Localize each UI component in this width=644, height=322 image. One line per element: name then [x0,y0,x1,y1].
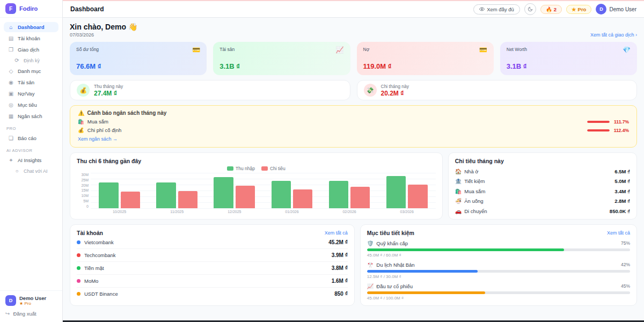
header-user-name: Demo User [609,6,636,12]
sidebar-item[interactable]: ❐ Giao dịch [4,45,58,55]
legend-swatch [227,166,233,171]
house-icon: 🏠 [455,169,462,174]
sidebar-item[interactable]: ⟳ Định kỳ [11,56,58,65]
spending-amount: 2.8M ₫ [614,198,630,204]
budget-progress-fill [587,129,610,131]
sidebar-footer: D Demo User ★ Pro ↪ Đăng xuất [0,290,62,322]
bar-group [321,173,378,208]
account-name: USDT Binance [84,291,118,297]
flow-cards: 💰 Thu tháng này 27.4M ₫ 💸 Chi tháng này … [70,80,637,100]
savings-goals-card: Mục tiêu tiết kiệm Xem tất cả 🛡️ Quỹ khẩ… [360,224,637,306]
monthly-spending-card: Chi tiêu tháng này 🏠 Nhà ở 6.5M ₫ 🏦 Tiết… [448,152,637,219]
sidebar-item[interactable]: ◉ Tài sản [4,77,58,87]
sidebar-item[interactable]: ⌂ Dashboard [4,22,58,32]
credit-card-icon: 💳 [479,47,487,53]
goal-progress-fill [367,270,478,273]
bar-chart: 30M25M20M15M10M5M0 [77,173,436,208]
chart-up-icon: 📈 [336,47,344,53]
goal-progress-track [367,270,630,273]
sidebar-item[interactable]: ▣ Nợ/Vay [4,89,58,99]
bar [178,191,197,208]
sidebar-item[interactable]: ✦ AI Insights [4,155,58,165]
moon-icon [528,6,533,12]
y-tick-label: 20M [77,184,89,187]
bar [99,182,118,208]
summary-card-label: Net Worth [507,47,527,52]
account-name: Vietcombank [84,239,114,245]
x-tick-label: 11/2025 [148,210,206,214]
account-balance: 3.8M ₫ [332,265,348,271]
account-balance: 3.9M ₫ [332,252,348,258]
bank-icon: 🏦 [455,178,462,184]
sidebar-item[interactable]: ❏ Báo cáo [4,133,58,143]
bar [272,181,291,208]
sidebar-item-label: Dashboard [18,24,45,30]
flow-card-value: 20.2M ₫ [381,90,409,97]
header-user[interactable]: D Demo User [596,4,636,14]
goals-title: Mục tiêu tiết kiệm [367,230,414,236]
budget-alert-item: 💰 Chi phí cố định 112.4% [78,127,629,133]
account-balance: 850 ₫ [334,291,348,297]
spending-amount: 850.0K ₫ [610,208,630,214]
sidebar-item[interactable]: ○ Chat với AI [11,166,58,175]
accounts-view-all-link[interactable]: Xem tất cả [325,230,348,236]
home-icon: ⌂ [8,24,14,30]
summary-card-value: 3.1B ₫ [507,62,631,70]
bar [350,187,370,208]
account-color-dot [77,240,80,244]
y-tick-label: 25M [77,178,89,182]
sidebar-item-label: Ngân sách [18,113,42,119]
sidebar-nav: ⌂ Dashboard ▤ Tài khoản ❐ Giao dịch ⟳ Đị… [0,18,62,290]
sidebar-item-label: Mục tiêu [18,102,37,108]
sidebar-nav-items: ⌂ Dashboard ▤ Tài khoản ❐ Giao dịch ⟳ Đị… [4,22,58,121]
account-name: Tiền mặt [84,265,104,271]
bar [121,192,140,208]
category-icon: ◇ [8,68,14,74]
view-budget-link[interactable]: Xem ngân sách → [78,136,118,142]
eye-icon [479,6,485,12]
fire-icon: 🔥 [546,6,552,12]
sidebar-item[interactable]: ▤ Tài khoản [4,33,58,43]
goal-progress-track [367,291,630,294]
logout-button[interactable]: ↪ Đăng xuất [5,311,57,317]
legend-swatch [261,166,268,171]
spending-amount: 5.0M ₫ [614,178,630,184]
view-full-button[interactable]: Xem đầy đủ [473,4,520,14]
pro-badge[interactable]: ★ Pro [566,5,591,14]
bar [408,185,427,208]
goals-view-all-link[interactable]: Xem tất cả [607,230,630,236]
budget-progress-fill [587,121,610,123]
sidebar-item[interactable]: ▦ Ngân sách [4,111,58,121]
bar [214,177,233,208]
ai-icon: ✦ [8,157,14,163]
goal-name: Quỹ khẩn cấp [376,240,408,246]
goals-list: 🛡️ Quỹ khẩn cấp 75% 45.0M ₫ / 60.0M ₫ 🎌 … [367,240,630,301]
account-color-dot [77,266,80,270]
account-row: Tiền mặt 3.8M ₫ [77,262,348,275]
streak-badge[interactable]: 🔥 2 [540,5,562,14]
account-balance: 1.6M ₫ [332,278,348,284]
sidebar-user[interactable]: D Demo User ★ Pro [5,295,57,306]
header: Dashboard Xem đầy đủ 🔥 2 ★ Pro D Demo Us… [63,1,644,18]
x-tick-label: 01/2026 [263,210,320,214]
view-all-transactions-link[interactable]: Xem tất cả giao dịch › [590,32,637,38]
summary-card-value: 119.0M ₫ [363,62,487,70]
current-date: 07/03/2026 [70,32,137,38]
sidebar-item-label: Nợ/Vay [18,91,34,97]
summary-card-value: 76.6M ₫ [76,62,200,70]
sidebar-section-label-ai: AI ADVISOR [6,148,56,153]
sidebar-item[interactable]: ◎ Mục tiêu [4,100,58,110]
logout-label: Đăng xuất [13,311,36,317]
y-tick-label: 15M [77,188,89,192]
sidebar-item-label: Định kỳ [24,58,40,63]
spending-category: Tiết kiệm [464,178,485,184]
bar [386,176,406,208]
flow-card-label: Thu tháng này [94,84,123,89]
sidebar: F Fodiro ⌂ Dashboard ▤ Tài khoản ❐ Giao … [0,0,63,322]
sidebar-item[interactable]: ◇ Danh mục [4,66,58,76]
dark-mode-toggle[interactable] [524,3,536,15]
y-tick-label: 10M [77,194,89,197]
x-tick-label: 03/2026 [378,210,436,214]
spending-row: 🏦 Tiết kiệm 5.0M ₫ [455,178,630,184]
bar-chart-xaxis: 10/202511/202512/202501/202602/202603/20… [91,210,436,214]
